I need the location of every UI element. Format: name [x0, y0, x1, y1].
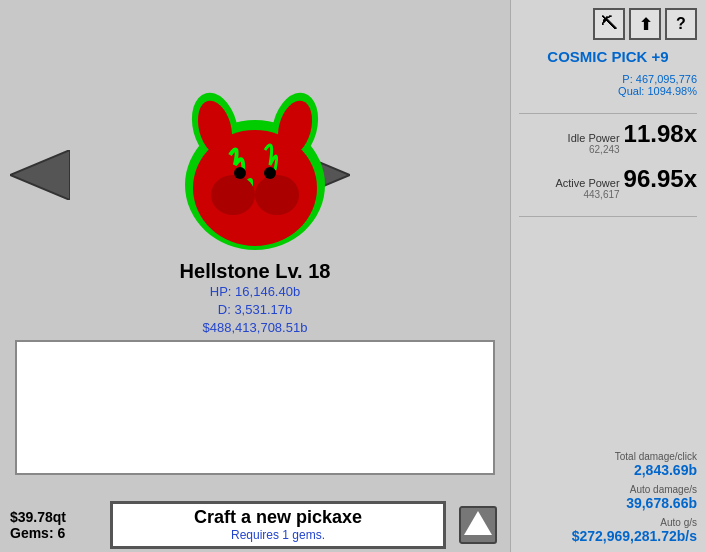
qual-value: Qual: 1094.98%: [519, 85, 697, 97]
qual-label: Qual:: [618, 85, 644, 97]
bottom-stats: Total damage/click 2,843.69b Auto damage…: [519, 451, 697, 544]
top-icons: ⛏ ⬆ ?: [593, 8, 697, 40]
bottom-bar: $39.78qt Gems: 6 Craft a new pickaxe Req…: [0, 497, 510, 552]
svg-marker-0: [10, 150, 70, 200]
pickaxe-title: COSMIC PICK +9: [519, 48, 697, 65]
active-power-value: 96.95x: [624, 165, 697, 193]
idle-power-label: Idle Power: [568, 132, 620, 144]
currency-display: $39.78qt Gems: 6: [10, 509, 100, 541]
left-panel: Hellstone Lv. 18 HP: 16,146.40b D: 3,531…: [0, 0, 510, 552]
divider-1: [519, 113, 697, 114]
gems-value: Gems: 6: [10, 525, 100, 541]
pickaxe-icon: ⛏: [601, 15, 617, 33]
monster-hp: HP: 16,146.40b: [203, 283, 308, 301]
total-damage-label: Total damage/click: [519, 451, 697, 462]
monster-image[interactable]: [155, 55, 355, 255]
monster-stats: HP: 16,146.40b D: 3,531.17b $488,413,708…: [203, 283, 308, 338]
p-qual-block: P: 467,095,776 Qual: 1094.98%: [519, 73, 697, 97]
currency-value: $39.78qt: [10, 509, 100, 525]
upgrade-icon: ⬆: [639, 15, 652, 34]
svg-point-9: [255, 175, 299, 215]
auto-g-label: Auto g/s: [519, 517, 697, 528]
qual-number: 1094.98%: [647, 85, 697, 97]
svg-point-8: [211, 175, 255, 215]
active-power-sub: 443,617: [555, 189, 619, 200]
arrow-left-button[interactable]: [10, 150, 70, 200]
monster-display: Hellstone Lv. 18 HP: 16,146.40b D: 3,531…: [100, 55, 410, 338]
monster-reward: $488,413,708.51b: [203, 319, 308, 337]
craft-button-title: Craft a new pickaxe: [194, 507, 362, 528]
idle-power-block: Idle Power 62,243 11.98x: [519, 120, 697, 155]
upgrade-tool-icon[interactable]: ⬆: [629, 8, 661, 40]
right-panel: ⛏ ⬆ ? COSMIC PICK +9 P: 467,095,776 Qual…: [510, 0, 705, 552]
auto-damage-label: Auto damage/s: [519, 484, 697, 495]
main-container: Hellstone Lv. 18 HP: 16,146.40b D: 3,531…: [0, 0, 705, 552]
battle-log: [15, 340, 495, 475]
auto-g-value: $272,969,281.72b/s: [519, 528, 697, 544]
monster-name: Hellstone Lv. 18: [180, 260, 331, 283]
help-icon: ?: [676, 15, 686, 33]
svg-point-11: [264, 167, 276, 179]
pickaxe-tool-icon[interactable]: ⛏: [593, 8, 625, 40]
p-label: P:: [622, 73, 632, 85]
p-number: 467,095,776: [636, 73, 697, 85]
auto-damage-value: 39,678.66b: [519, 495, 697, 511]
active-power-block: Active Power 443,617 96.95x: [519, 165, 697, 200]
craft-button-subtitle: Requires 1 gems.: [231, 528, 325, 542]
craft-pickaxe-button[interactable]: Craft a new pickaxe Requires 1 gems.: [110, 501, 446, 549]
idle-power-value: 11.98x: [624, 120, 697, 148]
p-value: P: 467,095,776: [519, 73, 697, 85]
idle-power-sub: 62,243: [568, 144, 620, 155]
help-tool-icon[interactable]: ?: [665, 8, 697, 40]
monster-damage: D: 3,531.17b: [203, 301, 308, 319]
divider-2: [519, 216, 697, 217]
svg-point-10: [234, 167, 246, 179]
up-arrow-button[interactable]: [456, 503, 500, 547]
total-damage-value: 2,843.69b: [519, 462, 697, 478]
active-power-label: Active Power: [555, 177, 619, 189]
